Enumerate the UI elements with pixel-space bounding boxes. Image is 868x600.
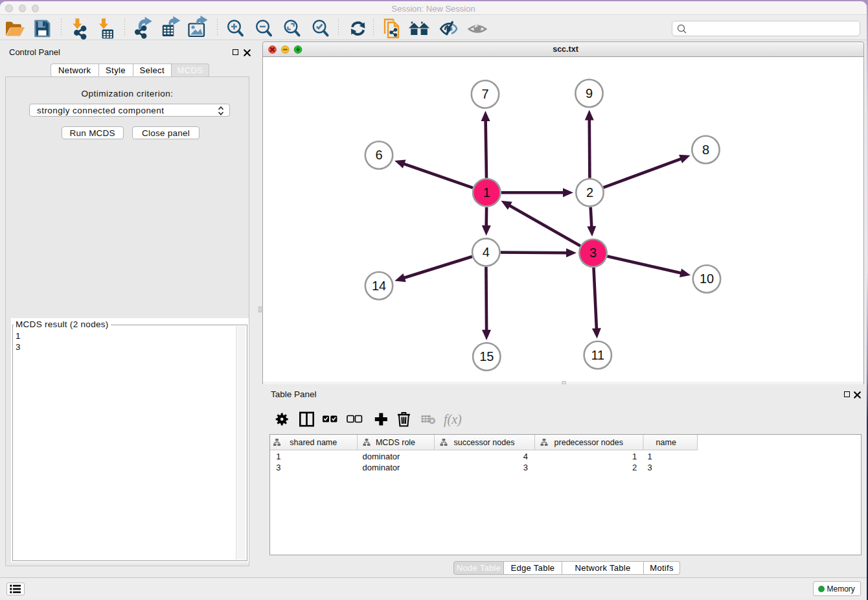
- svg-text:6: 6: [375, 148, 382, 162]
- svg-text:8: 8: [702, 142, 709, 156]
- svg-text:14: 14: [371, 278, 385, 292]
- svg-text:10: 10: [699, 271, 713, 286]
- svg-text:1: 1: [483, 185, 490, 200]
- svg-text:9: 9: [585, 86, 592, 100]
- svg-text:3: 3: [589, 246, 596, 260]
- svg-text:2: 2: [586, 185, 593, 200]
- svg-text:4: 4: [482, 245, 489, 259]
- svg-text:f(x): f(x): [444, 412, 462, 427]
- svg-text:15: 15: [479, 349, 494, 363]
- svg-text:11: 11: [591, 347, 604, 362]
- svg-text:7: 7: [481, 87, 488, 101]
